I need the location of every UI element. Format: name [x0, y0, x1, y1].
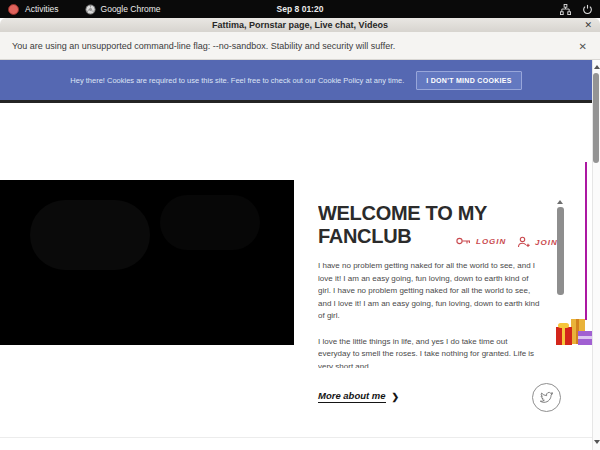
infobar-close-button[interactable]: ✕	[579, 32, 587, 60]
about-section: WELCOME TO MY FANCLUB I have no problem …	[318, 202, 540, 368]
app-menu[interactable]: Google Chrome	[85, 4, 161, 15]
gift-ribbon-string	[585, 162, 587, 320]
media-placeholder[interactable]	[0, 180, 294, 345]
chrome-infobar: You are using an unsupported command-lin…	[0, 32, 600, 60]
site-header: LOGO LOGIN JOIN	[0, 103, 592, 180]
about-paragraph: I love the little things in life, and ye…	[318, 336, 540, 369]
gifts-widget[interactable]	[556, 318, 593, 347]
desktop-top-bar: Activities Google Chrome Sep 8 01:20	[0, 0, 600, 18]
activities-button[interactable]: Activities	[25, 4, 59, 14]
browser-scrollbar-thumb[interactable]	[593, 73, 599, 163]
about-scroll-up-icon[interactable]	[557, 200, 563, 204]
window-title-bar: Fattima, Pornstar page, Live chat, Video…	[0, 18, 600, 33]
power-icon[interactable]	[582, 4, 593, 15]
accept-cookies-button[interactable]: I DON'T MIND COOKIES	[416, 71, 521, 90]
window-title: Fattima, Pornstar page, Live chat, Video…	[212, 20, 388, 30]
window-close-button[interactable]: ✕	[584, 18, 592, 32]
about-heading: WELCOME TO MY FANCLUB	[318, 202, 503, 248]
more-about-me-label: More about me	[318, 390, 386, 403]
scrollbar-down-icon[interactable]	[594, 440, 600, 444]
scrollbar-up-icon[interactable]	[594, 65, 600, 69]
chevron-right-icon: ❯	[392, 392, 400, 402]
cookie-message: Hey there! Cookies are required to use t…	[70, 76, 404, 85]
app-menu-label: Google Chrome	[101, 4, 161, 14]
more-about-me-link[interactable]: More about me ❯	[318, 390, 399, 403]
cookie-banner: Hey there! Cookies are required to use t…	[0, 60, 592, 100]
twitter-button[interactable]	[532, 383, 561, 412]
gift-icon	[556, 327, 572, 345]
infobar-message: You are using an unsupported command-lin…	[12, 41, 395, 51]
about-paragraph: I have no problem getting naked for all …	[318, 260, 540, 323]
recording-indicator-icon	[8, 4, 19, 15]
network-tree-icon[interactable]	[560, 4, 571, 15]
gift-icon	[578, 331, 592, 345]
chrome-icon	[85, 4, 96, 15]
page-bottom-divider	[0, 437, 592, 438]
twitter-icon	[539, 390, 554, 405]
about-scrollbar-thumb[interactable]	[557, 207, 564, 295]
